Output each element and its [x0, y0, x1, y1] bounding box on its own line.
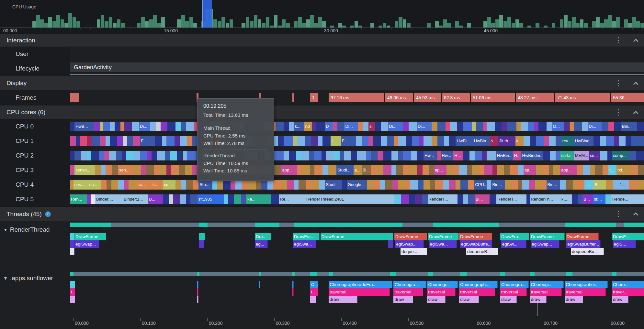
trace-segment[interactable]: [351, 151, 357, 160]
trace-segment[interactable]: eglSwap...: [395, 240, 424, 248]
trace-segment[interactable]: [259, 281, 260, 288]
trace-segment[interactable]: Di...: [344, 122, 358, 131]
trace-segment[interactable]: [293, 136, 297, 146]
trace-segment[interactable]: [409, 165, 417, 175]
trace-segment[interactable]: [388, 240, 393, 248]
trace-segment[interactable]: [543, 151, 550, 160]
trace-segment[interactable]: [600, 151, 607, 160]
trace-segment[interactable]: HwBind...: [574, 136, 593, 146]
trace-segment[interactable]: [109, 151, 116, 160]
trace-segment[interactable]: [463, 151, 469, 160]
renderthread-trace-row-3[interactable]: deque...dequeueB...dequeueBu...: [70, 248, 644, 255]
trace-segment[interactable]: [406, 136, 412, 146]
selection-range[interactable]: [202, 0, 212, 27]
trace-segment[interactable]: traversal: [329, 288, 390, 296]
trace-segment[interactable]: eglSwa...: [429, 240, 457, 248]
trace-segment[interactable]: [241, 194, 245, 204]
trace-segment[interactable]: [362, 136, 368, 146]
trace-segment[interactable]: [573, 180, 577, 190]
collapse-triangle-icon[interactable]: ▼: [3, 276, 8, 281]
trace-segment[interactable]: [469, 151, 475, 160]
trace-segment[interactable]: [70, 281, 75, 288]
info-icon[interactable]: i: [45, 211, 51, 217]
trace-segment[interactable]: [468, 194, 475, 204]
trace-segment[interactable]: [326, 151, 334, 160]
trace-segment[interactable]: [156, 122, 161, 131]
trace-segment[interactable]: [112, 165, 118, 175]
trace-segment[interactable]: [70, 180, 73, 190]
trace-segment[interactable]: [453, 165, 459, 175]
trace-segment[interactable]: 71.48 ms: [555, 93, 610, 102]
trace-segment[interactable]: app...: [281, 165, 297, 175]
trace-segment[interactable]: [157, 151, 165, 160]
trace-segment[interactable]: [424, 136, 432, 146]
trace-segment[interactable]: [118, 180, 124, 190]
trace-segment[interactable]: 97.16 ms: [329, 93, 385, 102]
trace-segment[interactable]: [614, 122, 621, 131]
trace-segment[interactable]: [530, 136, 536, 146]
trace-segment[interactable]: [274, 151, 283, 160]
trace-segment[interactable]: [175, 180, 181, 190]
trace-segment[interactable]: [334, 151, 340, 160]
trace-segment[interactable]: [94, 122, 100, 131]
trace-segment[interactable]: [458, 194, 463, 204]
cpu-0-track[interactable]: HwB...Di...k...ndDDi...s.Di...Di...D...D…: [70, 122, 644, 131]
trace-segment[interactable]: [529, 180, 535, 190]
trace-segment[interactable]: [418, 180, 424, 190]
renderthread-trace-row-2[interactable]: eglSwap...eg...eglSwa...eglSwap...eglSwa…: [70, 240, 644, 248]
trace-segment[interactable]: F...: [140, 136, 155, 146]
trace-segment[interactable]: nd: [304, 122, 312, 131]
trace-segment[interactable]: Hw...: [424, 151, 437, 160]
trace-segment[interactable]: [289, 151, 296, 160]
trace-segment[interactable]: [613, 180, 617, 190]
trace-segment[interactable]: [110, 136, 117, 146]
trace-segment[interactable]: [328, 165, 336, 175]
trace-segment[interactable]: [629, 180, 637, 190]
trace-segment[interactable]: RenderTh...: [530, 194, 559, 204]
trace-segment[interactable]: [437, 136, 444, 146]
trace-segment[interactable]: [538, 122, 547, 131]
trace-segment[interactable]: [553, 165, 560, 175]
trace-segment[interactable]: [492, 165, 497, 175]
trace-segment[interactable]: [342, 180, 346, 190]
trace-segment[interactable]: [487, 180, 491, 190]
trace-segment[interactable]: DrawFrame: [74, 233, 106, 240]
trace-segment[interactable]: [199, 240, 204, 248]
trace-segment[interactable]: [412, 136, 419, 146]
trace-segment[interactable]: [381, 136, 387, 146]
trace-segment[interactable]: [329, 272, 333, 276]
trace-segment[interactable]: [497, 165, 504, 175]
trace-segment[interactable]: Choreogra...: [393, 281, 426, 288]
trace-segment[interactable]: [147, 151, 152, 160]
trace-segment[interactable]: [629, 151, 636, 160]
trace-segment[interactable]: [170, 151, 177, 160]
trace-segment[interactable]: [367, 180, 373, 190]
trace-segment[interactable]: [468, 180, 474, 190]
kebab-menu-icon[interactable]: ⋮: [615, 210, 622, 218]
trace-segment[interactable]: [127, 136, 133, 146]
trace-segment[interactable]: traversal: [393, 288, 423, 296]
trace-segment[interactable]: 51.06 ms: [471, 93, 515, 102]
trace-segment[interactable]: [391, 151, 398, 160]
trace-segment[interactable]: [401, 194, 409, 204]
trace-segment[interactable]: [577, 180, 584, 190]
trace-segment[interactable]: [163, 194, 169, 204]
trace-segment[interactable]: [428, 272, 433, 276]
trace-segment[interactable]: [403, 165, 409, 175]
section-header-threads[interactable]: Threads (45) i ⋮: [0, 207, 644, 221]
trace-segment[interactable]: [311, 136, 318, 146]
trace-segment[interactable]: s...: [490, 136, 498, 146]
trace-segment[interactable]: H...: [453, 151, 462, 160]
trace-segment[interactable]: [606, 136, 614, 146]
trace-segment[interactable]: [70, 93, 79, 102]
trace-segment[interactable]: [310, 296, 316, 303]
trace-segment[interactable]: D: [325, 122, 333, 131]
trace-segment[interactable]: draw: [612, 296, 628, 303]
trace-segment[interactable]: [322, 136, 331, 146]
trace-segment[interactable]: rcu...: [561, 136, 574, 146]
trace-segment[interactable]: [383, 151, 391, 160]
trace-segment[interactable]: [132, 122, 139, 131]
cpu-3-track[interactable]: senso...sen...app...Studi...a...Bi...ap.…: [70, 165, 644, 175]
trace-segment[interactable]: [449, 136, 456, 146]
trace-segment[interactable]: [430, 180, 435, 190]
